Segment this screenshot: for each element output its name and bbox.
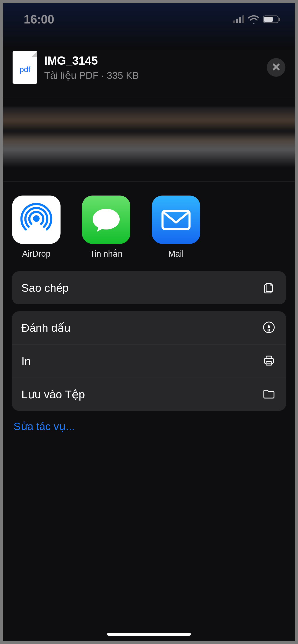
home-indicator[interactable] [107,633,191,636]
action-label: Đánh dấu [22,321,70,334]
status-time: 16:00 [24,12,54,26]
file-name: IMG_3145 [44,54,139,68]
file-type-text: Tài liệu PDF [44,70,99,81]
action-label: In [22,355,31,368]
copy-icon [262,280,276,295]
share-sheet: pdf IMG_3145 Tài liệu PDF · 335 KB [3,43,295,433]
action-group-more: Đánh dấu In [12,311,286,411]
edit-actions-link[interactable]: Sửa tác vụ... [14,420,75,432]
action-save-to-files[interactable]: Lưu vào Tệp [12,378,286,411]
folder-icon [262,387,276,402]
file-size-text: 335 KB [107,70,139,81]
svg-rect-11 [266,356,272,358]
cellular-icon [233,15,244,23]
file-meta: Tài liệu PDF · 335 KB [44,70,139,81]
svg-rect-6 [279,18,280,21]
share-header: pdf IMG_3145 Tài liệu PDF · 335 KB [3,43,295,98]
svg-rect-0 [233,20,235,23]
markup-icon [262,320,276,335]
action-markup[interactable]: Đánh dấu [12,311,286,344]
airdrop-icon [12,196,61,244]
share-app-airdrop[interactable]: AirDrop [12,196,61,259]
print-icon [262,354,276,368]
close-button[interactable] [267,58,285,77]
edit-actions-row: Sửa tác vụ... [3,418,295,433]
action-group-copy: Sao chép [12,271,286,304]
close-icon [272,62,280,72]
status-bar: 16:00 [3,3,295,29]
file-type-label: pdf [20,65,30,74]
svg-point-7 [33,215,40,222]
device-frame: 16:00 [3,3,295,641]
share-apps-row: AirDrop Tin nhắn Mail [3,182,295,271]
wifi-icon [248,15,260,24]
svg-rect-3 [242,15,244,23]
messages-icon [82,196,130,244]
file-type-icon: pdf [13,51,37,84]
battery-icon [263,15,281,24]
svg-rect-2 [239,17,241,23]
share-app-label: AirDrop [22,249,51,259]
svg-rect-1 [236,18,238,23]
share-app-messages[interactable]: Tin nhắn [82,196,130,259]
share-app-label: Mail [168,249,184,259]
share-app-mail[interactable]: Mail [152,196,200,259]
action-copy[interactable]: Sao chép [12,271,286,304]
file-info: IMG_3145 Tài liệu PDF · 335 KB [44,54,139,81]
action-label: Sao chép [22,282,69,294]
mail-icon [152,196,200,244]
action-print[interactable]: In [12,344,286,378]
action-label: Lưu vào Tệp [22,388,85,401]
svg-rect-5 [264,17,273,22]
share-app-label: Tin nhắn [90,249,123,259]
status-indicators [233,15,281,24]
action-list: Sao chép Đánh dấu [3,271,295,411]
file-preview-strip [3,98,295,182]
